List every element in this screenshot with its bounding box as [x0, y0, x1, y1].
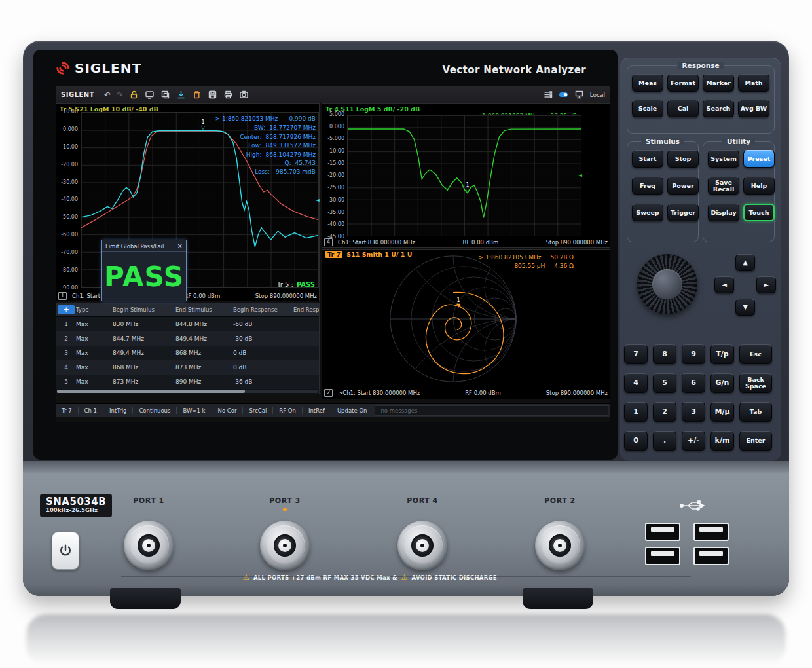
local-mode-label[interactable]: Local	[590, 92, 605, 98]
lock-icon[interactable]	[129, 90, 139, 100]
keypad-side-key[interactable]: Tab	[739, 402, 772, 422]
usb-port[interactable]	[693, 523, 729, 541]
keypad-key[interactable]: k/m	[710, 431, 734, 451]
screenshot-icon[interactable]	[239, 90, 249, 100]
keypad-side-key[interactable]: Esc	[739, 344, 772, 364]
save-icon[interactable]	[208, 90, 217, 100]
status-bar: Tr 7Ch 1IntTrigContinuousBW=1 kNo CorSrc…	[56, 403, 610, 417]
response-button[interactable]: Cal	[667, 100, 699, 117]
limit-table-row[interactable]: 3Max849.4 MHz868 MHz0 dB	[56, 346, 319, 360]
status-item[interactable]: Continuous	[132, 407, 176, 414]
power-icon	[58, 544, 73, 558]
column-header: End Stimulus	[175, 306, 233, 313]
display-button[interactable]: Display	[708, 204, 739, 221]
usb-port[interactable]	[645, 523, 680, 541]
arrow-up-button[interactable]: ▲	[735, 254, 755, 271]
touch-toggle-icon[interactable]	[559, 90, 568, 100]
chart-s21[interactable]: Tr 5 S21 LogM 10 dB/ -40 dB 10.000.000-1…	[56, 103, 320, 301]
marker-1-smith[interactable]: 1 ▼	[456, 298, 460, 308]
limit-table-row[interactable]: 2Max844.7 MHz849.4 MHz-30 dB	[56, 331, 319, 346]
keypad-key[interactable]: 5	[653, 373, 676, 393]
keypad-key[interactable]: 2	[653, 402, 676, 422]
status-item[interactable]: Tr 7	[56, 407, 78, 414]
response-button[interactable]: Meas	[632, 74, 663, 92]
arrow-down-button[interactable]: ▼	[735, 299, 755, 316]
window-number: 1	[58, 292, 67, 300]
delete-icon[interactable]	[192, 90, 202, 100]
keypad-key[interactable]: 1	[624, 402, 648, 422]
status-item[interactable]: BW=1 k	[176, 407, 211, 414]
keypad-side-key[interactable]: Enter	[739, 431, 772, 451]
keypad-key[interactable]: 9	[682, 344, 705, 364]
arrow-left-button[interactable]: ◄	[714, 276, 734, 293]
chart-s11-logm[interactable]: Tr 4 S11 LogM 5 dB/ -20 dB > 1:860.82105…	[322, 103, 610, 248]
response-button[interactable]: Math	[738, 74, 769, 92]
keypad-key[interactable]: G/n	[710, 373, 734, 393]
marker-1-s11[interactable]: 1 ▽	[466, 183, 470, 193]
keypad-key[interactable]: 7	[624, 344, 648, 364]
smith-plot[interactable]: 1 ▼	[388, 253, 519, 384]
limit-passfail-dialog[interactable]: Limit Global Pass/Fail × PASS	[101, 240, 187, 301]
limit-table-row[interactable]: 1Max830 MHz844.8 MHz-60 dB	[56, 317, 319, 331]
keypad-key[interactable]: .	[653, 431, 676, 451]
undo-icon[interactable]: ↶	[104, 91, 111, 99]
close-icon[interactable]: ×	[177, 242, 183, 250]
arrow-right-button[interactable]: ►	[756, 276, 776, 293]
status-item[interactable]: Update On	[331, 407, 373, 414]
response-button[interactable]: Format	[667, 74, 699, 92]
response-button[interactable]: Scale	[632, 100, 663, 117]
keypad-side-key[interactable]: Back Space	[739, 373, 772, 393]
limit-table[interactable]: + TypeBegin StimulusEnd StimulusBegin Re…	[56, 303, 320, 394]
keypad-key[interactable]: T/p	[710, 344, 734, 364]
stimulus-button[interactable]: Trigger	[667, 204, 699, 221]
add-limit-button[interactable]: +	[58, 305, 75, 314]
copy-windows-icon[interactable]	[160, 90, 170, 100]
stimulus-button[interactable]: Power	[667, 177, 699, 195]
keypad-key[interactable]: 3	[682, 402, 705, 422]
touch-button[interactable]: Touch	[743, 204, 775, 221]
keypad-key[interactable]: M/µ	[710, 402, 734, 422]
status-item[interactable]: IntTrig	[103, 407, 132, 414]
stimulus-button[interactable]: Sweep	[632, 204, 663, 221]
response-button[interactable]: Search	[703, 100, 734, 117]
redo-icon[interactable]: ↷	[117, 91, 123, 99]
keypad-key[interactable]: 4	[624, 373, 648, 393]
chart-s11-plot[interactable]: 1 ▽ ◄	[347, 115, 581, 236]
keypad-key[interactable]: 6	[682, 373, 705, 393]
dialog-titlebar[interactable]: Limit Global Pass/Fail ×	[102, 240, 186, 252]
download-icon[interactable]	[176, 90, 186, 100]
response-button[interactable]: Avg BW	[738, 100, 769, 117]
control-panel: Response MeasFormatMarkerMathScaleCalSea…	[620, 58, 781, 461]
status-item[interactable]: RF On	[272, 407, 302, 414]
chart-smith[interactable]: Tr 7 S11 Smith 1 U/ 1 U > 1:860.821053 M…	[322, 249, 610, 399]
print-icon[interactable]	[223, 90, 233, 100]
help-button[interactable]: Help	[743, 177, 775, 195]
limit-table-row[interactable]: 4Max868 MHz873 MHz0 dB	[56, 360, 319, 375]
lan-icon[interactable]	[574, 90, 584, 100]
system-button[interactable]: System	[708, 150, 739, 168]
rotary-knob[interactable]	[637, 254, 697, 314]
preset-button[interactable]: Preset	[743, 150, 775, 168]
response-button[interactable]: Marker	[703, 74, 734, 92]
status-item[interactable]: SrcCal	[242, 407, 272, 414]
usb-port[interactable]	[645, 547, 680, 565]
power-button[interactable]	[52, 532, 79, 570]
table-scrollbar[interactable]	[57, 390, 318, 393]
stimulus-button[interactable]: Freq	[632, 177, 663, 195]
marker-1-s21[interactable]: 1 ▽	[201, 120, 205, 130]
stimulus-button[interactable]: Stop	[667, 150, 699, 168]
trace-setup-icon[interactable]	[543, 90, 553, 100]
keypad-key[interactable]: 0	[624, 431, 648, 451]
status-item[interactable]: Ch 1	[78, 407, 103, 414]
status-item[interactable]: No Cor	[212, 407, 243, 414]
limit-table-row[interactable]: 5Max873 MHz890 MHz-36 dB	[56, 375, 319, 389]
keypad-key[interactable]: 8	[653, 344, 676, 364]
usb-port[interactable]	[693, 547, 729, 565]
display-icon[interactable]	[145, 90, 155, 100]
scrollbar-thumb[interactable]	[57, 390, 245, 393]
stimulus-button[interactable]: Start	[632, 150, 663, 168]
knob-center[interactable]	[652, 269, 682, 299]
status-item[interactable]: IntRef	[302, 407, 331, 414]
save-recall-button[interactable]: Save Recall	[708, 177, 739, 195]
keypad-key[interactable]: +/-	[682, 431, 705, 451]
